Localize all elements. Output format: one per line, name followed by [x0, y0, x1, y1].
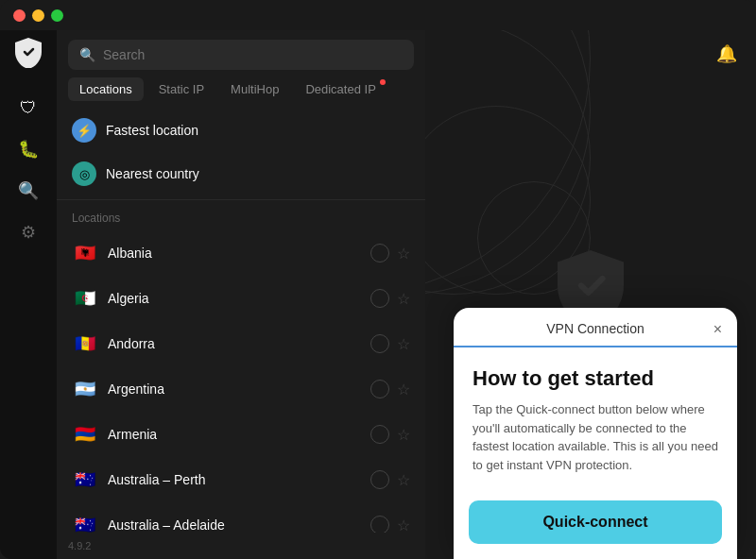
australia-perth-star-btn[interactable]: ☆	[397, 471, 410, 489]
australia-perth-actions: ☆	[370, 470, 410, 489]
locations-section-header: Locations	[57, 204, 425, 230]
nav-shield-item[interactable]: 🛡	[11, 91, 45, 125]
version-label: 4.9.2	[57, 533, 425, 559]
location-name-algeria: Algeria	[108, 291, 361, 306]
tab-locations[interactable]: Locations	[68, 77, 144, 101]
bolt-icon: ⚡	[72, 118, 96, 143]
algeria-actions: ☆	[370, 289, 410, 308]
nav-alert-item[interactable]: 🐛	[11, 132, 45, 166]
modal-body: How to get started Tap the Quick-connect…	[454, 347, 737, 489]
nearest-country-label: Nearest country	[106, 166, 199, 181]
fastest-location-item[interactable]: ⚡ Fastest location	[57, 109, 425, 152]
maximize-button[interactable]	[51, 9, 63, 22]
flag-australia-perth: 🇦🇺	[72, 466, 98, 493]
modal-description: Tap the Quick-connect button below where…	[472, 400, 718, 474]
australia-adelaide-actions: ☆	[370, 516, 410, 533]
app-window: 🛡 🐛 🔍 ⚙ 🔍 Locations Static IP MultiHop D…	[0, 0, 756, 559]
modal-header: VPN Connection ×	[454, 308, 737, 347]
section-divider	[57, 199, 425, 200]
albania-star-btn[interactable]: ☆	[397, 245, 410, 263]
nearest-icon: ◎	[72, 161, 96, 186]
fastest-location-label: Fastest location	[106, 123, 198, 138]
traffic-lights	[13, 9, 63, 22]
australia-adelaide-connect-btn[interactable]	[370, 516, 389, 533]
location-andorra[interactable]: 🇦🇩 Andorra ☆	[57, 321, 425, 366]
argentina-connect-btn[interactable]	[370, 380, 389, 398]
location-name-armenia: Armenia	[108, 427, 361, 442]
location-australia-perth[interactable]: 🇦🇺 Australia – Perth ☆	[57, 457, 425, 502]
armenia-star-btn[interactable]: ☆	[397, 426, 410, 444]
andorra-actions: ☆	[370, 334, 410, 353]
algeria-star-btn[interactable]: ☆	[397, 290, 410, 308]
title-bar	[0, 0, 756, 30]
flag-argentina: 🇦🇷	[72, 376, 98, 402]
albania-connect-btn[interactable]	[370, 244, 389, 263]
notification-bell[interactable]: 🔔	[716, 43, 737, 64]
location-algeria[interactable]: 🇩🇿 Algeria ☆	[57, 276, 425, 321]
flag-andorra: 🇦🇩	[72, 330, 98, 357]
tabs-bar: Locations Static IP MultiHop Dedicated I…	[57, 77, 425, 101]
flag-armenia: 🇦🇲	[72, 421, 98, 448]
tab-multihop[interactable]: MultiHop	[219, 77, 290, 101]
nearest-country-item[interactable]: ◎ Nearest country	[57, 152, 425, 195]
right-panel: 🔔 VPN Connection × How to get started Ta…	[425, 30, 756, 559]
location-name-australia-perth: Australia – Perth	[108, 472, 361, 487]
flag-albania: 🇦🇱	[72, 240, 98, 266]
location-armenia[interactable]: 🇦🇲 Armenia ☆	[57, 412, 425, 457]
flag-australia-adelaide: 🇦🇺	[72, 512, 98, 533]
australia-perth-connect-btn[interactable]	[370, 470, 389, 489]
argentina-star-btn[interactable]: ☆	[397, 381, 410, 398]
location-argentina[interactable]: 🇦🇷 Argentina ☆	[57, 366, 425, 412]
location-name-andorra: Andorra	[108, 336, 361, 351]
app-logo	[13, 38, 43, 68]
nav-settings-item[interactable]: ⚙	[11, 215, 45, 249]
app-body: 🛡 🐛 🔍 ⚙ 🔍 Locations Static IP MultiHop D…	[0, 0, 756, 559]
location-name-albania: Albania	[108, 246, 361, 261]
search-bar: 🔍	[68, 40, 414, 70]
algeria-connect-btn[interactable]	[370, 289, 389, 308]
andorra-star-btn[interactable]: ☆	[397, 335, 410, 353]
armenia-connect-btn[interactable]	[370, 425, 389, 444]
search-input[interactable]	[103, 47, 403, 62]
location-albania[interactable]: 🇦🇱 Albania ☆	[57, 230, 425, 276]
tab-static-ip[interactable]: Static IP	[147, 77, 215, 101]
armenia-actions: ☆	[370, 425, 410, 444]
albania-actions: ☆	[370, 244, 410, 263]
modal-title: VPN Connection	[546, 321, 644, 336]
modal-heading: How to get started	[472, 366, 718, 391]
search-icon: 🔍	[79, 47, 95, 62]
tab-dedicated-ip[interactable]: Dedicated IP	[294, 77, 387, 101]
location-name-argentina: Argentina	[108, 381, 361, 397]
location-name-australia-adelaide: Australia – Adelaide	[108, 517, 361, 533]
quick-connect-button[interactable]: Quick-connect	[469, 500, 722, 544]
australia-adelaide-star-btn[interactable]: ☆	[397, 517, 410, 534]
shield-logo-icon	[15, 38, 42, 68]
dedicated-ip-badge	[380, 79, 386, 85]
flag-algeria: 🇩🇿	[72, 285, 98, 312]
minimize-button[interactable]	[32, 9, 44, 22]
argentina-actions: ☆	[370, 380, 410, 398]
location-australia-adelaide[interactable]: 🇦🇺 Australia – Adelaide ☆	[57, 502, 425, 533]
andorra-connect-btn[interactable]	[370, 334, 389, 353]
vpn-connection-modal: VPN Connection × How to get started Tap …	[454, 308, 737, 559]
location-list: ⚡ Fastest location ◎ Nearest country Loc…	[57, 109, 425, 533]
nav-search-item[interactable]: 🔍	[11, 174, 45, 208]
close-button[interactable]	[13, 9, 26, 22]
nav-rail: 🛡 🐛 🔍 ⚙	[0, 30, 57, 559]
modal-close-button[interactable]: ×	[713, 321, 722, 338]
left-panel: 🔍 Locations Static IP MultiHop Dedicated…	[57, 30, 425, 559]
